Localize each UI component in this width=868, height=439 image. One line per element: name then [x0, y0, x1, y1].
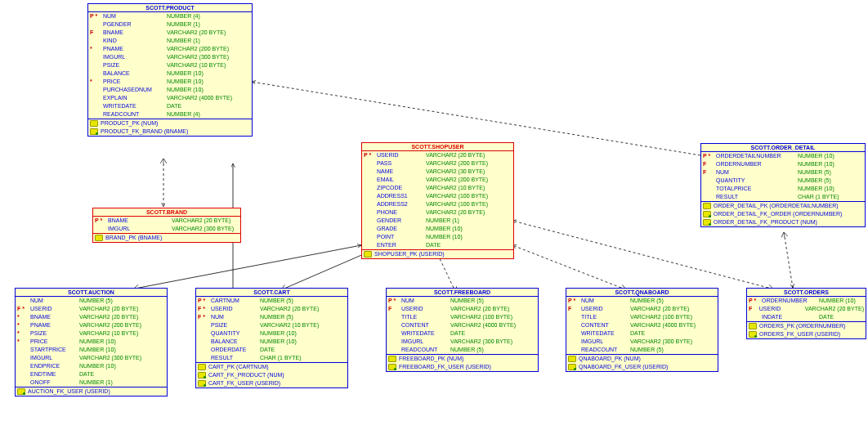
entity-brand[interactable]: SCOTT.BRAND P *BNAMEVARCHAR2 (20 BYTE)IM… — [92, 208, 241, 243]
column-name: WRITEDATE — [401, 329, 450, 338]
column-flags: * — [17, 329, 30, 338]
column-flags — [198, 354, 211, 362]
column-type: VARCHAR2 (300 BYTE) — [450, 338, 512, 346]
column-type: VARCHAR2 (100 BYTE) — [426, 200, 488, 208]
column-flags — [388, 313, 401, 321]
column-type: VARCHAR2 (300 BYTE) — [79, 354, 141, 362]
column-type: VARCHAR2 (200 BYTE) — [426, 176, 488, 184]
column-flags — [90, 61, 103, 69]
column-flags — [17, 370, 30, 379]
foreign-key-icon — [17, 388, 25, 395]
column-row: ZIPCODEVARCHAR2 (10 BYTE) — [362, 184, 513, 192]
column-name: ENTER — [377, 241, 426, 249]
column-name: EXPLAIN — [103, 94, 167, 102]
entity-order-detail[interactable]: SCOTT.ORDER_DETAIL P *ORDERDETAILNUMBERN… — [700, 143, 866, 227]
column-row: *BNAMEVARCHAR2 (20 BYTE) — [16, 313, 167, 321]
key-label: ORDER_DETAIL_FK_ORDER (ORDERNUMBER) — [714, 210, 842, 218]
column-type: NUMBER (1) — [426, 217, 459, 225]
column-name: NUM — [211, 313, 260, 321]
column-flags — [17, 379, 30, 387]
entity-title: SCOTT.CART — [196, 289, 347, 297]
column-flags — [90, 86, 103, 94]
column-type: VARCHAR2 (300 BYTE) — [167, 53, 229, 61]
column-type: VARCHAR2 (4000 BYTE) — [450, 321, 516, 329]
column-name: IMGURL — [108, 225, 172, 233]
primary-key-row: PRODUCT_PK (NUM) — [88, 119, 252, 128]
column-row: P *USERIDVARCHAR2 (20 BYTE) — [362, 151, 513, 159]
column-type: NUMBER (10) — [798, 185, 834, 193]
column-flags: * — [17, 321, 30, 329]
column-name: READCOUNT — [581, 346, 630, 354]
column-flags — [364, 168, 377, 176]
column-name: INDATE — [762, 313, 819, 321]
key-label: FREEBOARD_FK_USER (USERID) — [399, 363, 491, 371]
column-name: ENDTIME — [30, 370, 79, 379]
key-icon — [388, 356, 396, 362]
column-name: TITLE — [581, 313, 630, 321]
entity-auction[interactable]: SCOTT.AUCTION NUMNUMBER (5)F *USERIDVARC… — [15, 288, 168, 396]
keys: ORDERS_PK (ORDERNUMBER)ORDERS_FK_USER (U… — [747, 321, 866, 338]
column-name: PNAME — [103, 45, 167, 53]
key-icon — [749, 323, 757, 329]
column-type: NUMBER (1) — [167, 20, 200, 29]
column-flags: F — [388, 305, 401, 313]
column-type: VARCHAR2 (20 BYTE) — [450, 305, 509, 313]
column-row: WRITEDATEDATE — [566, 329, 718, 338]
entity-freeboard[interactable]: SCOTT.FREEBOARD P *NUMNUMBER (5)FUSERIDV… — [386, 288, 539, 372]
foreign-key-icon — [388, 364, 396, 370]
column-name: WRITEDATE — [581, 329, 630, 338]
column-row: PASSVARCHAR2 (200 BYTE) — [362, 159, 513, 168]
svg-line-3 — [139, 245, 361, 288]
entity-cart[interactable]: SCOTT.CART P *CARTNUMNUMBER (5)F *USERID… — [195, 288, 348, 388]
column-row: BALANCENUMBER (10) — [88, 69, 252, 78]
column-row: READCOUNTNUMBER (4) — [88, 110, 252, 119]
entity-shopuser[interactable]: SCOTT.SHOPUSER P *USERIDVARCHAR2 (20 BYT… — [361, 142, 514, 259]
column-name: ADDRESS1 — [377, 192, 426, 200]
column-type: NUMBER (10) — [79, 346, 116, 354]
column-flags — [17, 346, 30, 354]
column-row: P *NUMNUMBER (5) — [387, 297, 538, 305]
column-name: WRITEDATE — [103, 102, 167, 110]
column-row: IMGURLVARCHAR2 (300 BYTE) — [16, 354, 167, 362]
column-flags — [364, 176, 377, 184]
column-row: ADDRESS1VARCHAR2 (100 BYTE) — [362, 192, 513, 200]
column-name: RESULT — [211, 354, 260, 362]
entity-qnaboard[interactable]: SCOTT.QNABOARD P *NUMNUMBER (5)FUSERIDVA… — [566, 288, 718, 372]
key-label: ORDER_DETAIL_FK_PRODUCT (NUM) — [714, 218, 817, 226]
column-flags — [90, 37, 103, 45]
column-type: NUMBER (5) — [450, 346, 484, 354]
column-type: NUMBER (4) — [167, 110, 200, 119]
column-row: P *BNAMEVARCHAR2 (20 BYTE) — [93, 217, 240, 225]
column-name: GRADE — [377, 225, 426, 233]
key-label: QNABOARD_FK_USER (USERID) — [579, 363, 668, 371]
primary-key-row: SHOPUSER_PK (USERID) — [362, 250, 513, 258]
entity-product[interactable]: SCOTT.PRODUCT P *NUMNUMBER (4)PGENDERNUM… — [87, 3, 253, 137]
column-type: NUMBER (5) — [630, 297, 664, 305]
foreign-key-row: QNABOARD_FK_USER (USERID) — [566, 363, 718, 371]
column-flags: F — [90, 29, 103, 37]
column-row: P *NUMNUMBER (4) — [88, 12, 252, 20]
column-row: F *NUMNUMBER (5) — [196, 313, 347, 321]
column-name: PNAME — [30, 321, 79, 329]
column-name: USERID — [581, 305, 630, 313]
column-flags — [568, 329, 581, 338]
column-name: PSIZE — [211, 321, 260, 329]
column-name: QUANTITY — [716, 177, 798, 185]
column-row: ONOFFNUMBER (1) — [16, 379, 167, 387]
entity-orders[interactable]: SCOTT.ORDERS P *ORDERNUMBERNUMBER (10)FU… — [746, 288, 866, 339]
column-name: USERID — [30, 305, 79, 313]
key-label: AUCTION_FK_USER (USERID) — [28, 387, 110, 396]
column-name: PRICE — [30, 338, 79, 346]
column-name: TITLE — [401, 313, 450, 321]
column-name: EMAIL — [377, 176, 426, 184]
column-name: TOTALPRICE — [716, 185, 798, 193]
column-row: TITLEVARCHAR2 (100 BYTE) — [566, 313, 718, 321]
column-name: NUM — [103, 12, 167, 20]
column-type: DATE — [167, 102, 181, 110]
column-row: IMGURLVARCHAR2 (300 BYTE) — [88, 53, 252, 61]
column-row: KINDNUMBER (1) — [88, 37, 252, 45]
column-flags: P * — [568, 297, 581, 305]
column-row: *PRICENUMBER (10) — [16, 338, 167, 346]
entity-title: SCOTT.BRAND — [93, 208, 240, 217]
column-flags — [364, 208, 377, 217]
